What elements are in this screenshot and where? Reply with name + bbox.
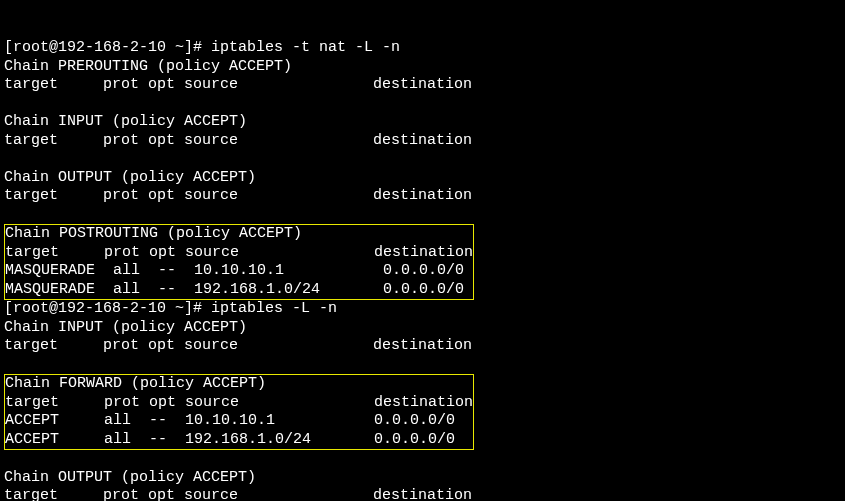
- prompt-line-2[interactable]: [root@192-168-2-10 ~]# iptables -L -n: [4, 300, 337, 317]
- chain-forward-columns: target prot opt source destination: [5, 394, 473, 411]
- chain-forward-header: Chain FORWARD (policy ACCEPT): [5, 375, 266, 392]
- forward-rule-1: ACCEPT all -- 10.10.10.1 0.0.0.0/0: [5, 412, 455, 429]
- postrouting-rule-2: MASQUERADE all -- 192.168.1.0/24 0.0.0.0…: [5, 281, 464, 298]
- chain-prerouting-header: Chain PREROUTING (policy ACCEPT): [4, 58, 292, 75]
- postrouting-rule-1: MASQUERADE all -- 10.10.10.1 0.0.0.0/0: [5, 262, 464, 279]
- chain-postrouting-columns: target prot opt source destination: [5, 244, 473, 261]
- forward-box: Chain FORWARD (policy ACCEPT) target pro…: [4, 374, 474, 450]
- chain-prerouting-columns: target prot opt source destination: [4, 76, 472, 93]
- chain-input-nat-header: Chain INPUT (policy ACCEPT): [4, 113, 247, 130]
- chain-input-filter-columns: target prot opt source destination: [4, 337, 472, 354]
- postrouting-box: Chain POSTROUTING (policy ACCEPT) target…: [4, 224, 474, 300]
- forward-rule-2: ACCEPT all -- 192.168.1.0/24 0.0.0.0/0: [5, 431, 455, 448]
- chain-output-nat-columns: target prot opt source destination: [4, 187, 472, 204]
- chain-output-filter-header: Chain OUTPUT (policy ACCEPT): [4, 469, 256, 486]
- chain-output-filter-columns: target prot opt source destination: [4, 487, 472, 501]
- chain-input-nat-columns: target prot opt source destination: [4, 132, 472, 149]
- chain-postrouting-header: Chain POSTROUTING (policy ACCEPT): [5, 225, 302, 242]
- chain-output-nat-header: Chain OUTPUT (policy ACCEPT): [4, 169, 256, 186]
- chain-input-filter-header: Chain INPUT (policy ACCEPT): [4, 319, 247, 336]
- prompt-line-1[interactable]: [root@192-168-2-10 ~]# iptables -t nat -…: [4, 39, 400, 56]
